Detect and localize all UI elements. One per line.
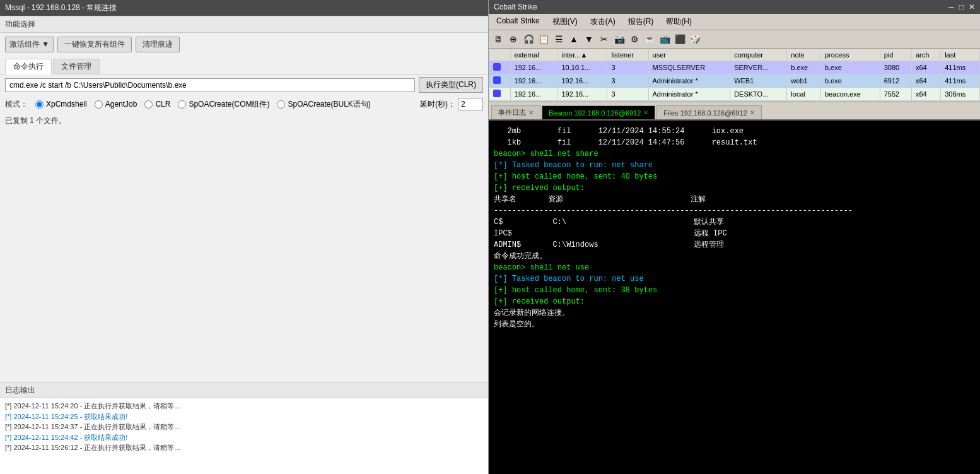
table-cell: 306ms	[941, 88, 980, 101]
table-row[interactable]: 192.16...192.16...3Administrator *WEB1we…	[489, 74, 980, 88]
terminal-line: [+] received output:	[494, 296, 975, 307]
cs-title: Cobalt Strike	[494, 3, 537, 11]
table-header[interactable]: computer	[730, 49, 787, 61]
table-header[interactable]	[489, 49, 511, 61]
terminal-line: 列表是空的。	[494, 319, 975, 330]
table-header[interactable]: last	[941, 49, 980, 61]
terminal-content[interactable]: 2mb fil 12/11/2024 14:55:24 iox.exe 1kb …	[489, 121, 980, 474]
toolbar-icon[interactable]: ▲	[567, 32, 581, 46]
toolbar-icon[interactable]: 📺	[658, 32, 672, 46]
terminal-line: beacon> shell net share	[494, 148, 975, 160]
toolbar-icon[interactable]: ▼	[582, 32, 596, 46]
radio-clr[interactable]: CLR	[144, 100, 170, 109]
table-header[interactable]: arch	[912, 49, 941, 61]
status-text: 已复制 1 个文件。	[5, 116, 66, 125]
toolbar-icon[interactable]: 🎲	[688, 32, 702, 46]
table-cell: WEB1	[730, 74, 787, 88]
tab-cmd-exec[interactable]: 命令执行	[5, 59, 52, 74]
menu-item[interactable]: 视图(V)	[549, 15, 581, 28]
delay-label: 延时(秒)：	[420, 99, 455, 110]
execute-button[interactable]: 执行类型(CLR)	[419, 77, 483, 93]
activate-button[interactable]: 激活组件 ▼	[5, 37, 54, 52]
table-header[interactable]: pid	[880, 49, 911, 61]
table-header[interactable]: inter...▲	[557, 49, 607, 61]
terminal-line: C$ C:\ 默认共享	[494, 216, 975, 228]
toolbar-icon[interactable]: ⚙	[627, 32, 641, 46]
terminal-line: [*] Tasked beacon to run: net share	[494, 160, 975, 171]
log-line: [*] 2024-12-11 15:24:42 - 获取结果成功!	[5, 432, 483, 443]
table-header[interactable]: process	[820, 49, 880, 61]
terminal-line: beacon> shell net use	[494, 262, 975, 273]
toolbar-icon[interactable]: ☰	[552, 32, 566, 46]
tab-close-icon[interactable]: ✕	[750, 109, 755, 116]
table-cell: Administrator *	[648, 74, 730, 88]
table-cell: x64	[912, 61, 941, 74]
table-cell: 3	[607, 88, 648, 101]
terminal-line: [+] received output:	[494, 182, 975, 194]
terminal-line: [+] host called home, sent: 40 bytes	[494, 171, 975, 182]
table-cell: 3080	[880, 61, 911, 74]
terminal-tab[interactable]: Beacon 192.168.0.126@6912✕	[542, 105, 655, 119]
toolbar-icon[interactable]: 📋	[537, 32, 551, 46]
toolbar-icon[interactable]: ✂	[597, 32, 611, 46]
table-cell	[489, 74, 511, 88]
menu-item[interactable]: 攻击(A)	[586, 15, 619, 28]
table-row[interactable]: 192.16...10.10.1...3MSSQLSERVERSERVER...…	[489, 61, 980, 74]
command-row: 执行类型(CLR)	[0, 74, 488, 95]
table-header[interactable]: user	[648, 49, 730, 61]
table-cell: x64	[912, 88, 941, 101]
mode-row: 模式： XpCmdshell AgentJob CLR SpOACreate(C…	[0, 95, 488, 113]
table-cell: 192.16...	[557, 88, 607, 101]
table-cell: 3	[607, 61, 648, 74]
table-cell: b.exe	[820, 74, 880, 88]
table-row[interactable]: 192.16...192.16...3Administrator *DESKTO…	[489, 88, 980, 101]
log-line: [*] 2024-12-11 15:24:25 - 获取结果成功!	[5, 412, 483, 422]
tab-file-mgmt[interactable]: 文件管理	[53, 59, 100, 74]
table-cell: SERVER...	[730, 61, 787, 74]
top-toolbar: 激活组件 ▼ 一键恢复所有组件 清理痕迹	[0, 33, 488, 56]
table-cell: 3	[607, 74, 648, 88]
delay-input[interactable]	[458, 98, 483, 110]
toolbar-icon[interactable]: 📷	[612, 32, 626, 46]
table-cell: 10.10.1...	[557, 61, 607, 74]
toolbar-icon[interactable]: 🎧	[522, 32, 535, 46]
log-content[interactable]: [*] 2024-12-11 15:24:20 - 正在执行并获取结果，请稍等.…	[0, 398, 488, 474]
right-panel: Cobalt Strike ─ □ ✕ Cobalt Strike视图(V)攻击…	[489, 0, 980, 474]
table-header[interactable]: external	[510, 49, 557, 61]
menu-item[interactable]: Cobalt Strike	[493, 15, 544, 28]
tab-close-icon[interactable]: ✕	[528, 109, 534, 116]
log-section: 日志输出 [*] 2024-12-11 15:24:20 - 正在执行并获取结果…	[0, 382, 488, 474]
menu-item[interactable]: 帮助(H)	[662, 15, 696, 28]
radio-spoa-bulk[interactable]: SpOACreate(BULK语句)	[277, 99, 370, 110]
toolbar-icon[interactable]: ☕	[643, 32, 656, 46]
terminal-line: ----------------------------------------…	[494, 205, 975, 216]
log-line: [*] 2024-12-11 15:24:37 - 正在执行并获取结果，请稍等.…	[5, 422, 483, 432]
terminal-tab[interactable]: 事件日志✕	[491, 105, 540, 119]
table-cell: 411ms	[941, 74, 980, 88]
table-cell: 192.16...	[510, 88, 557, 101]
toolbar-icon[interactable]: ⊕	[506, 32, 520, 46]
radio-xpcmdshell[interactable]: XpCmdshell	[35, 100, 87, 109]
table-cell: DESKTO...	[730, 88, 787, 101]
table-header[interactable]: note	[787, 49, 821, 61]
radio-spoa-com[interactable]: SpOACreate(COM组件)	[178, 99, 269, 110]
menu-item[interactable]: 报告(R)	[624, 15, 658, 28]
command-input[interactable]	[5, 78, 415, 92]
tab-close-icon[interactable]: ✕	[643, 109, 648, 116]
radio-agentjob[interactable]: AgentJob	[95, 100, 137, 109]
terminal-area: 事件日志✕Beacon 192.168.0.126@6912✕Files 192…	[489, 104, 980, 474]
toolbar-icon[interactable]: 🖥	[491, 32, 505, 46]
left-titlebar: Mssql - 192.168.0.128 - 常规连接	[0, 0, 488, 16]
table-cell: local	[787, 88, 821, 101]
table-header[interactable]: listener	[607, 49, 648, 61]
beacon-table-container: externalinter...▲listenerusercomputernot…	[489, 49, 980, 102]
terminal-tab[interactable]: Files 192.168.0.126@6912✕	[656, 105, 761, 119]
terminal-line: 1kb fil 12/11/2024 14:47:56 result.txt	[494, 137, 975, 148]
terminal-line: ADMIN$ C:\Windows 远程管理	[494, 239, 975, 251]
table-cell: 192.16...	[557, 74, 607, 88]
restore-all-button[interactable]: 一键恢复所有组件	[57, 37, 132, 52]
status-row: 已复制 1 个文件。	[0, 113, 488, 129]
table-cell: Administrator *	[648, 88, 730, 101]
toolbar-icon[interactable]: ⬛	[673, 32, 687, 46]
clear-trace-button[interactable]: 清理痕迹	[136, 37, 180, 52]
